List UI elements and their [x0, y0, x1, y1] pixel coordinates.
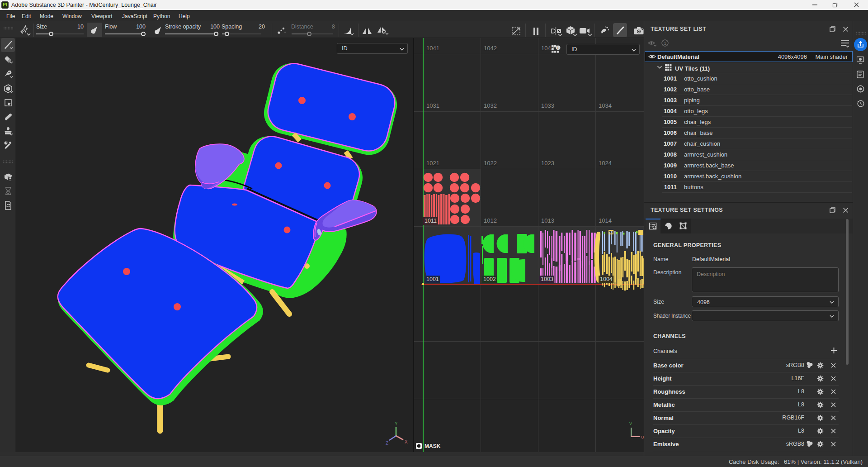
svg-text:Y: Y — [395, 421, 398, 426]
svg-text:X: X — [405, 439, 408, 444]
svg-text:Z: Z — [386, 441, 388, 446]
svg-text:V: V — [629, 421, 632, 426]
svg-text:1: 1 — [664, 41, 666, 46]
